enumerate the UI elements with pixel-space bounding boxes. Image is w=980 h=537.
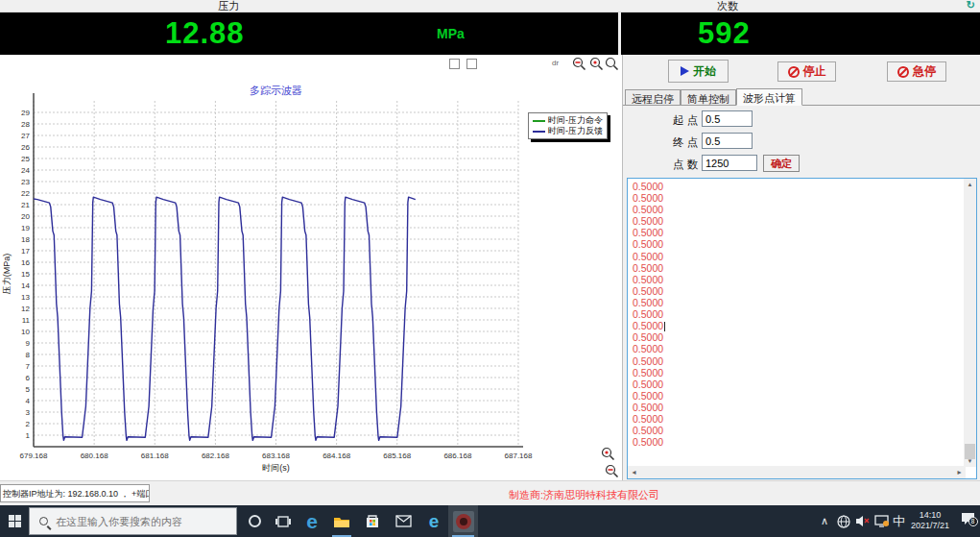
svg-text:679.168: 679.168 [20, 452, 48, 460]
svg-text:22: 22 [21, 189, 30, 198]
tab-simple-control[interactable]: 简单控制 [681, 89, 736, 106]
scroll-up-icon[interactable]: ▲ [964, 179, 976, 190]
waveform-values-box[interactable]: 0.50000.50000.50000.50000.50000.50000.50… [627, 178, 977, 479]
svg-text:压力(MPa): 压力(MPa) [2, 254, 12, 295]
volume-button[interactable] [853, 505, 872, 537]
date-text: 2021/7/21 [906, 521, 954, 531]
action-center-button[interactable]: 8 [955, 505, 980, 537]
task-view-button[interactable] [270, 505, 297, 537]
corner-zoom-in-icon[interactable] [601, 447, 616, 462]
waveform-value-line: 0.5000 [633, 413, 665, 425]
waveform-value-line: 0.5000 [633, 331, 665, 343]
edge-icon: e [306, 505, 318, 537]
status-bar: 控制器IP地址为: 192.168.0.10 ， +端口52205 制造商:济南… [0, 480, 980, 505]
stop-button[interactable]: 停止 [777, 61, 836, 82]
pressure-label: 压力 [218, 0, 239, 12]
display-tray-button[interactable] [872, 505, 891, 537]
point-count-label: 点 数 [673, 158, 698, 172]
tab-waveform-calc[interactable]: 波形点计算 [736, 88, 802, 106]
file-explorer-button[interactable] [328, 505, 355, 537]
svg-text:27: 27 [21, 132, 30, 140]
chevron-up-icon: ∧ [821, 515, 828, 527]
network-button[interactable] [834, 505, 852, 537]
waveform-value-line: 0.5000 [633, 227, 665, 238]
waveform-value-line: 0.5000 [633, 402, 665, 413]
scroll-left-icon[interactable]: ◂ [628, 466, 640, 478]
store-button[interactable] [359, 505, 386, 537]
mail-icon [395, 515, 412, 527]
waveform-value-line: 0.5000 [633, 355, 665, 367]
tab-strip: 远程启停简单控制波形点计算 [625, 88, 802, 106]
play-arrow-icon [681, 66, 689, 76]
folder-icon [333, 515, 350, 528]
svg-text:19: 19 [21, 224, 30, 232]
waveform-value-line: 0.5000 [633, 181, 665, 192]
svg-text:15: 15 [21, 270, 30, 279]
svg-text:2: 2 [26, 420, 31, 428]
corner-zoom-out-icon[interactable] [605, 464, 620, 479]
svg-text:7: 7 [26, 362, 31, 371]
count-value: 592 [698, 16, 751, 51]
taskbar-search[interactable] [29, 507, 237, 535]
waveform-value-line: 0.5000 [633, 378, 665, 390]
control-panel: 开始 停止 急停 远程启停简单控制波形点计算 起 点 终 点 点 数 确定 0.… [622, 55, 980, 480]
svg-text:12: 12 [21, 305, 30, 313]
legend-item-feedback: 时间-压力反馈 [533, 126, 603, 136]
emergency-stop-button[interactable]: 急停 [887, 61, 946, 82]
waveform-value-line: 0.5000 [633, 390, 665, 402]
feedback-line-swatch [533, 131, 545, 133]
tray-expand-button[interactable]: ∧ [816, 505, 833, 537]
svg-text:680.168: 680.168 [81, 452, 108, 460]
waveform-value-line: 0.5000 [633, 425, 665, 436]
svg-text:17: 17 [21, 247, 30, 256]
svg-text:682.168: 682.168 [202, 452, 229, 460]
svg-text:4: 4 [26, 397, 31, 405]
notification-badge: 8 [968, 517, 978, 526]
svg-text:10: 10 [21, 328, 30, 336]
svg-text:29: 29 [21, 109, 30, 117]
waveform-value-line: 0.5000 [633, 238, 665, 250]
search-input[interactable] [56, 516, 219, 527]
end-point-label: 终 点 [673, 135, 698, 150]
waveform-value-line: 0.5000 [633, 204, 665, 215]
waveform-value-line: 0.5000 [633, 262, 665, 274]
waveform-value-line: 0.5000 [633, 285, 665, 297]
no-entry-icon [897, 66, 909, 78]
svg-text:14: 14 [21, 281, 30, 290]
svg-text:685.168: 685.168 [383, 452, 411, 460]
scroll-right-icon[interactable]: ▸ [953, 466, 966, 478]
vertical-scrollbar[interactable]: ▲ ▼ [964, 179, 976, 467]
internet-explorer-button[interactable]: e [420, 505, 447, 537]
mail-button[interactable] [390, 505, 417, 537]
tab-remote-startstop[interactable]: 远程启停 [625, 89, 681, 106]
cortana-icon [249, 515, 261, 527]
task-view-icon [275, 515, 291, 528]
edge-button[interactable]: e [299, 505, 325, 537]
svg-text:26: 26 [21, 143, 30, 152]
display-icon [874, 515, 889, 527]
svg-text:1: 1 [26, 431, 31, 440]
pressure-display-panel: 12.88 MPa [0, 12, 618, 55]
start-button[interactable]: 开始 [668, 60, 729, 83]
point-count-input[interactable] [702, 155, 757, 171]
horizontal-scrollbar[interactable]: ◂ ▸ [628, 466, 966, 478]
confirm-button[interactable]: 确定 [763, 155, 800, 172]
svg-text:681.168: 681.168 [141, 452, 169, 460]
waveform-value-line: 0.5000 [633, 192, 665, 204]
count-display-panel: 592 [621, 12, 980, 55]
active-app-button[interactable] [448, 505, 478, 537]
no-entry-icon [788, 66, 800, 78]
svg-text:13: 13 [21, 293, 30, 302]
pressure-value: 12.88 [165, 16, 245, 51]
refresh-icon[interactable]: ↻ [967, 0, 975, 12]
start-point-input[interactable] [702, 110, 753, 127]
start-menu-button[interactable] [0, 505, 29, 537]
clock[interactable]: 14:10 2021/7/21 [906, 505, 954, 537]
ime-indicator[interactable]: 中 [891, 505, 907, 537]
store-icon [365, 514, 380, 528]
waveform-value-line: 0.5000 [633, 367, 665, 378]
cortana-button[interactable] [241, 505, 268, 537]
end-point-input[interactable] [702, 133, 753, 149]
svg-text:20: 20 [21, 212, 30, 221]
header-bar: 压力 次数 ↻ [0, 0, 980, 12]
